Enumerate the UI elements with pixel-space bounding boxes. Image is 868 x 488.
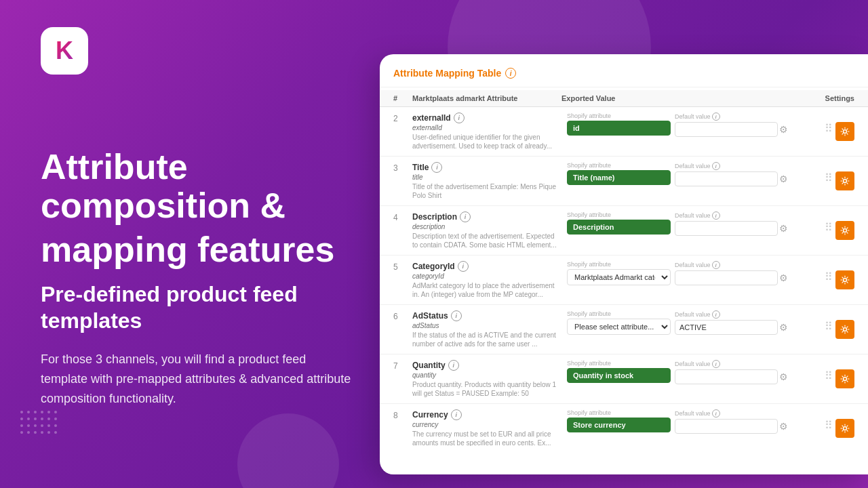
attr-info-icon[interactable]: i bbox=[451, 409, 462, 420]
field-pair: Shopify attribute Marktplaats Admarkt ca… bbox=[567, 261, 788, 285]
default-field: Default value i ⚙ bbox=[675, 310, 788, 335]
settings-button[interactable] bbox=[835, 122, 854, 141]
default-info-icon[interactable]: i bbox=[712, 261, 720, 269]
settings-gear-icon bbox=[840, 374, 850, 384]
row-number: 4 bbox=[393, 211, 412, 222]
attr-name: Title i bbox=[412, 162, 561, 173]
field-pair: Shopify attribute Store currency Default… bbox=[567, 409, 788, 434]
grid-dots-icon[interactable]: ⠿ bbox=[825, 171, 833, 184]
attr-code: categoryId bbox=[412, 272, 561, 280]
default-val-input[interactable] bbox=[675, 369, 778, 384]
attr-info-icon[interactable]: i bbox=[454, 113, 465, 123]
default-val-wrapper: ⚙ bbox=[675, 419, 788, 434]
settings-button[interactable] bbox=[835, 320, 854, 339]
default-info-icon[interactable]: i bbox=[712, 162, 720, 170]
default-val-input[interactable] bbox=[675, 270, 778, 285]
value-cell: Shopify attribute Title (name) Default v… bbox=[561, 162, 793, 186]
attr-info-icon[interactable]: i bbox=[458, 261, 469, 272]
settings-button[interactable] bbox=[835, 221, 854, 240]
bold-subtext: Pre-defined product feed templates bbox=[41, 281, 353, 333]
info-icon[interactable]: i bbox=[505, 68, 516, 79]
svg-point-4 bbox=[844, 328, 847, 331]
settings-button[interactable] bbox=[835, 419, 854, 438]
settings-icon: ⚙ bbox=[779, 421, 788, 432]
default-field: Default value i ⚙ bbox=[675, 360, 788, 384]
table-row: 6 AdStatus i adStatus If the status of t… bbox=[380, 305, 868, 354]
grid-dots-icon[interactable]: ⠿ bbox=[825, 221, 833, 234]
shopify-attr-select[interactable]: Please select attribute... bbox=[567, 319, 671, 335]
attr-cell: CategoryId i categoryId AdMarkt category… bbox=[412, 261, 561, 299]
svg-point-3 bbox=[844, 279, 847, 282]
table-row: 2 externalId i externalId User-defined u… bbox=[380, 107, 868, 157]
attr-info-icon[interactable]: i bbox=[451, 310, 462, 321]
settings-button[interactable] bbox=[835, 270, 854, 289]
grid-dots-icon[interactable]: ⠿ bbox=[825, 419, 833, 432]
grid-dots-icon[interactable]: ⠿ bbox=[825, 369, 833, 382]
attr-info-icon[interactable]: i bbox=[431, 162, 442, 173]
settings-gear-icon bbox=[840, 226, 850, 235]
settings-icon: ⚙ bbox=[779, 124, 788, 135]
grid-dots-icon[interactable]: ⠿ bbox=[825, 270, 833, 283]
attr-name: CategoryId i bbox=[412, 261, 561, 272]
shopify-field: Shopify attribute Title (name) bbox=[567, 162, 671, 186]
settings-cell: ⠿ bbox=[793, 409, 854, 438]
shopify-attr-btn[interactable]: Quantity in stock bbox=[567, 368, 671, 383]
default-info-icon[interactable]: i bbox=[712, 360, 720, 368]
shopify-attr-btn[interactable]: Description bbox=[567, 220, 671, 235]
shopify-field: Shopify attribute Marktplaats Admarkt ca… bbox=[567, 261, 671, 285]
shopify-field: Shopify attribute Please select attribut… bbox=[567, 310, 671, 335]
value-cell: Shopify attribute Please select attribut… bbox=[561, 310, 793, 335]
th-num: # bbox=[393, 94, 412, 102]
default-val-wrapper: ⚙ bbox=[675, 171, 788, 186]
shopify-attr-btn[interactable]: Title (name) bbox=[567, 170, 671, 185]
attr-info-icon[interactable]: i bbox=[448, 360, 459, 371]
attr-name: AdStatus i bbox=[412, 310, 561, 321]
default-val-input[interactable] bbox=[675, 419, 778, 434]
default-field: Default value i ⚙ bbox=[675, 409, 788, 434]
default-label: Default value bbox=[675, 113, 711, 120]
default-val-input[interactable] bbox=[675, 171, 778, 186]
shopify-attr-btn[interactable]: Store currency bbox=[567, 418, 671, 432]
attr-desc: AdMarkt category Id to place the adverti… bbox=[412, 281, 561, 299]
attr-desc: If the status of the ad is ACTIVE and th… bbox=[412, 331, 561, 348]
settings-icon: ⚙ bbox=[779, 223, 788, 234]
attr-code: adStatus bbox=[412, 322, 561, 329]
attr-info-icon[interactable]: i bbox=[460, 211, 471, 222]
logo-box: K bbox=[41, 27, 88, 75]
th-settings: Settings bbox=[760, 94, 854, 102]
default-val-input[interactable] bbox=[675, 122, 778, 137]
shopify-label: Shopify attribute bbox=[567, 211, 671, 218]
shopify-attr-select[interactable]: Marktplaats Admarkt category id bbox=[567, 269, 671, 285]
default-info-icon[interactable]: i bbox=[712, 113, 720, 121]
default-label: Default value bbox=[675, 212, 711, 219]
table-row: 7 Quantity i quantity Product quantity. … bbox=[380, 354, 868, 404]
shopify-label: Shopify attribute bbox=[567, 261, 671, 268]
attr-code: quantity bbox=[412, 371, 561, 379]
attr-cell: Currency i currency The currency must be… bbox=[412, 409, 561, 446]
attr-desc: Title of the advertisement Example: Mens… bbox=[412, 182, 561, 200]
settings-button[interactable] bbox=[835, 369, 854, 388]
default-label: Default value bbox=[675, 361, 711, 367]
table-row: 4 Description i description Description … bbox=[380, 206, 868, 256]
default-info-icon[interactable]: i bbox=[712, 409, 720, 418]
settings-button[interactable] bbox=[835, 171, 854, 190]
default-info-icon[interactable]: i bbox=[712, 310, 720, 319]
grid-dots-icon[interactable]: ⠿ bbox=[825, 320, 833, 333]
settings-gear-icon bbox=[840, 127, 850, 136]
row-number: 8 bbox=[393, 409, 412, 420]
attr-name: Quantity i bbox=[412, 360, 561, 371]
grid-dots-icon[interactable]: ⠿ bbox=[825, 122, 833, 135]
default-val-input[interactable] bbox=[675, 320, 778, 335]
settings-icon: ⚙ bbox=[779, 322, 788, 333]
default-val-wrapper: ⚙ bbox=[675, 320, 788, 335]
default-info-icon[interactable]: i bbox=[712, 211, 720, 220]
row-number: 3 bbox=[393, 162, 412, 173]
default-val-wrapper: ⚙ bbox=[675, 270, 788, 285]
shopify-field: Shopify attribute Store currency bbox=[567, 409, 671, 434]
default-val-input[interactable] bbox=[675, 221, 778, 236]
shopify-attr-btn[interactable]: id bbox=[567, 121, 671, 136]
svg-point-0 bbox=[844, 130, 847, 134]
default-field: Default value i ⚙ bbox=[675, 261, 788, 285]
shopify-label: Shopify attribute bbox=[567, 310, 671, 317]
attr-name: Description i bbox=[412, 211, 561, 222]
